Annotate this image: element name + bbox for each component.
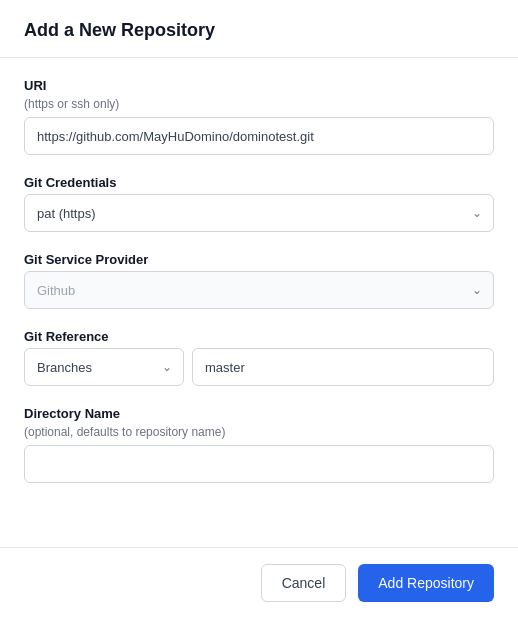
directory-name-input[interactable] <box>24 445 494 483</box>
git-reference-field-group: Git Reference Branches Tags Commit ID ⌄ <box>24 329 494 386</box>
dialog-header: Add a New Repository <box>0 0 518 58</box>
form-body: URI (https or ssh only) Git Credentials … <box>0 58 518 547</box>
git-credentials-select[interactable]: pat (https) none <box>24 194 494 232</box>
git-service-provider-select[interactable]: Github GitLab Bitbucket <box>24 271 494 309</box>
git-reference-row: Branches Tags Commit ID ⌄ <box>24 348 494 386</box>
uri-input[interactable] <box>24 117 494 155</box>
git-service-provider-label: Git Service Provider <box>24 252 494 267</box>
git-service-provider-select-wrapper: Github GitLab Bitbucket ⌄ <box>24 271 494 309</box>
cancel-button[interactable]: Cancel <box>261 564 347 602</box>
add-repository-button[interactable]: Add Repository <box>358 564 494 602</box>
git-reference-type-select-wrapper: Branches Tags Commit ID ⌄ <box>24 348 184 386</box>
git-credentials-select-wrapper: pat (https) none ⌄ <box>24 194 494 232</box>
directory-name-field-group: Directory Name (optional, defaults to re… <box>24 406 494 483</box>
git-reference-value-input[interactable] <box>192 348 494 386</box>
dialog-footer: Cancel Add Repository <box>0 547 518 618</box>
uri-label: URI <box>24 78 494 93</box>
git-service-provider-field-group: Git Service Provider Github GitLab Bitbu… <box>24 252 494 309</box>
add-repository-dialog: Add a New Repository URI (https or ssh o… <box>0 0 518 618</box>
uri-field-group: URI (https or ssh only) <box>24 78 494 155</box>
directory-name-label: Directory Name <box>24 406 494 421</box>
git-reference-type-select[interactable]: Branches Tags Commit ID <box>24 348 184 386</box>
directory-name-sublabel: (optional, defaults to repository name) <box>24 425 494 439</box>
git-reference-label: Git Reference <box>24 329 494 344</box>
git-credentials-label: Git Credentials <box>24 175 494 190</box>
git-credentials-field-group: Git Credentials pat (https) none ⌄ <box>24 175 494 232</box>
dialog-title: Add a New Repository <box>24 20 494 41</box>
uri-sublabel: (https or ssh only) <box>24 97 494 111</box>
